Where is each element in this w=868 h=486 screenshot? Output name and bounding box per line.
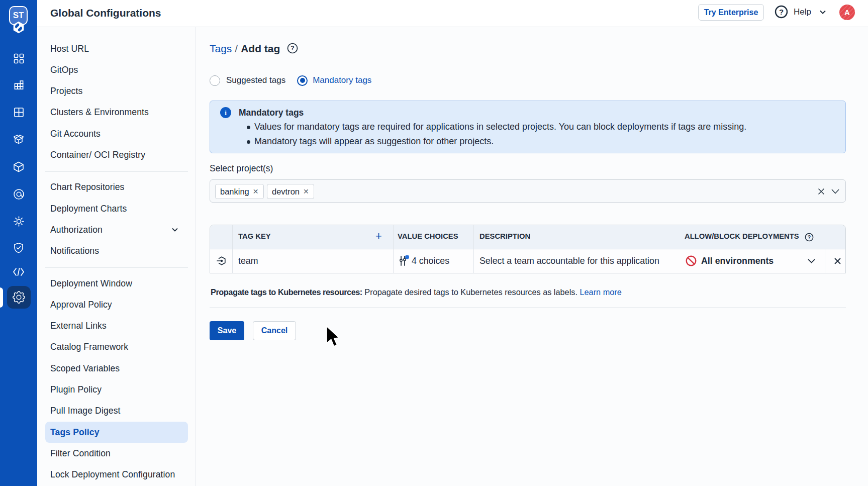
svg-text:?: ? bbox=[291, 45, 295, 52]
svg-text:?: ? bbox=[808, 235, 811, 240]
svg-text:i: i bbox=[225, 109, 227, 117]
svg-text:?: ? bbox=[779, 8, 784, 16]
